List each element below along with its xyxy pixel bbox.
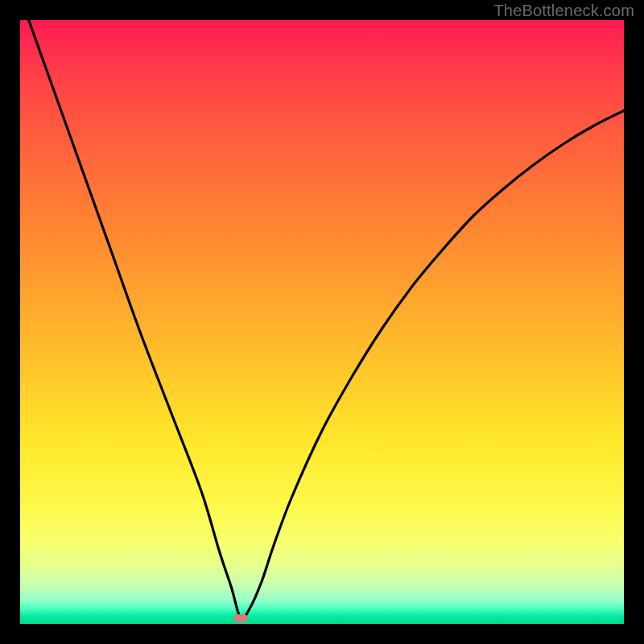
- plot-area: [20, 20, 624, 624]
- chart-frame: TheBottleneck.com: [0, 0, 644, 644]
- min-marker: [233, 614, 248, 622]
- watermark-text: TheBottleneck.com: [493, 2, 634, 20]
- bottleneck-curve: [20, 20, 624, 624]
